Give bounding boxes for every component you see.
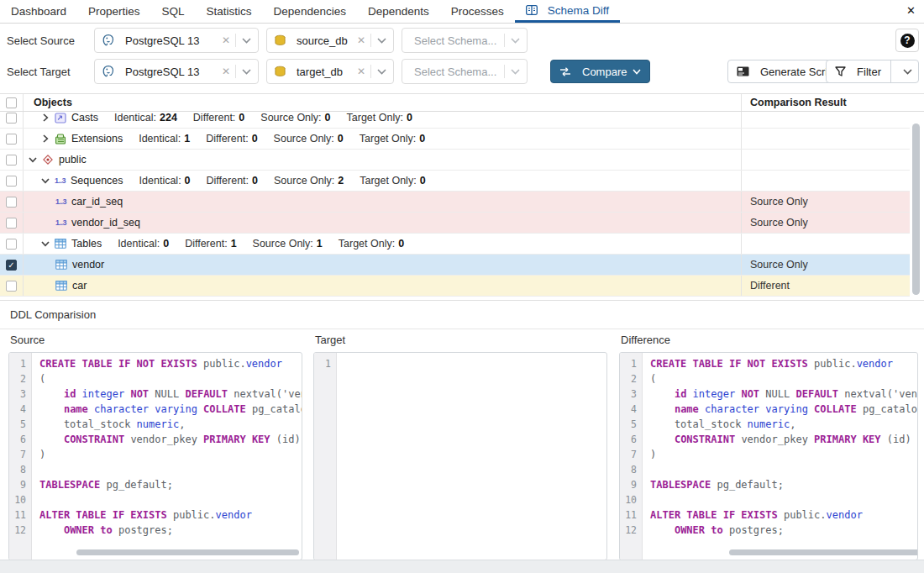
chevron-down-icon[interactable] (633, 69, 641, 75)
filter-button[interactable]: Filter (826, 60, 919, 83)
source-server-select[interactable]: PostgreSQL 13 ✕ (94, 28, 259, 53)
target-server-select[interactable]: PostgreSQL 13 ✕ (94, 59, 259, 84)
table-row[interactable]: ✓vendorSource Only (0, 255, 910, 276)
chevron-down-icon[interactable] (897, 69, 918, 75)
horizontal-scrollbar[interactable] (645, 549, 914, 555)
clear-icon[interactable]: ✕ (357, 66, 365, 77)
extensions-icon (55, 134, 66, 145)
table-row[interactable]: ExtensionsIdentical:1Different:0Source O… (0, 129, 910, 150)
stat-item: Target Only:0 (347, 112, 412, 124)
sequence-icon: 1..3 (55, 218, 66, 227)
comparison-result-cell (742, 129, 905, 149)
comparison-result-cell (742, 171, 905, 191)
target-ddl-editor[interactable]: 1 (313, 352, 607, 560)
stat-item: Different:0 (206, 133, 257, 145)
chevron-down-icon[interactable] (28, 157, 38, 163)
tab-label: Dashboard (11, 5, 66, 18)
close-icon[interactable]: ✕ (906, 5, 916, 17)
tab-properties[interactable]: Properties (77, 0, 151, 23)
chevron-down-icon[interactable] (40, 241, 50, 247)
clear-icon[interactable]: ✕ (222, 66, 230, 77)
tab-schema-diff[interactable]: Schema Diff (515, 0, 620, 23)
chevron-down-icon[interactable] (511, 38, 520, 44)
row-checkbox[interactable] (6, 218, 17, 229)
table-row[interactable]: carDifferent (0, 276, 910, 297)
code-line (39, 492, 302, 507)
horizontal-scrollbar[interactable] (34, 549, 298, 555)
target-schema-select[interactable]: Select Schema... (402, 59, 528, 84)
row-checkbox[interactable] (6, 134, 17, 145)
tab-dashboard[interactable]: Dashboard (0, 0, 77, 23)
chevron-down-icon[interactable] (242, 38, 251, 44)
table-row[interactable]: 1..3vendor_id_seqSource Only (0, 213, 910, 234)
objects-column-header: Objects (24, 94, 742, 111)
code-line: id integer NOT NULL DEFAULT nextval('ven… (39, 386, 302, 402)
comparison-result-cell (742, 150, 905, 170)
schema-icon (42, 154, 54, 166)
source-schema-select[interactable]: Select Schema... (402, 28, 528, 53)
comparison-result-cell: Source Only (742, 213, 905, 233)
row-checkbox[interactable] (6, 113, 17, 124)
chevron-right-icon[interactable] (40, 134, 50, 143)
table-row[interactable]: public (0, 150, 910, 171)
compare-button[interactable]: Compare (550, 60, 650, 83)
vertical-scrollbar-thumb[interactable] (912, 124, 920, 295)
row-checkbox[interactable] (6, 176, 17, 187)
stat-item: Source Only:0 (260, 112, 330, 124)
line-number: 4 (620, 402, 642, 417)
table-row[interactable]: CastsIdentical:224Different:0Source Only… (0, 112, 910, 129)
table-row[interactable]: TablesIdentical:0Different:1Source Only:… (0, 234, 910, 255)
row-checkbox[interactable] (6, 239, 17, 250)
comparison-result-cell (742, 234, 905, 254)
comparison-result-cell: Source Only (742, 192, 905, 212)
help-button[interactable]: ? (895, 29, 919, 52)
chevron-down-icon[interactable] (377, 69, 386, 75)
row-label: car_id_seq (71, 196, 123, 208)
target-pane-title: Target (315, 334, 345, 346)
row-checkbox[interactable] (6, 281, 17, 292)
select-all-checkbox[interactable] (6, 97, 17, 108)
divider (504, 65, 505, 78)
chevron-right-icon[interactable] (40, 113, 50, 122)
divider (370, 34, 371, 47)
tab-statistics[interactable]: Statistics (196, 0, 263, 23)
tab-processes[interactable]: Processes (440, 0, 515, 23)
tab-dependents[interactable]: Dependents (357, 0, 440, 23)
vertical-scrollbar[interactable] (912, 113, 920, 297)
postgresql-icon (102, 65, 115, 78)
table-row[interactable]: 1..3car_id_seqSource Only (0, 192, 910, 213)
chevron-down-icon[interactable] (40, 178, 50, 184)
stat-item: Source Only:2 (274, 175, 344, 187)
row-label: Sequences (71, 175, 123, 187)
clear-icon[interactable]: ✕ (222, 34, 230, 46)
line-number: 6 (620, 432, 642, 447)
line-number: 4 (9, 402, 31, 417)
row-checkbox[interactable] (6, 197, 17, 208)
horizontal-scrollbar-thumb[interactable] (76, 549, 299, 555)
row-stats: Identical:1Different:0Source Only:0Targe… (139, 133, 425, 145)
tab-label: SQL (162, 5, 185, 18)
table-body: CastsIdentical:224Different:0Source Only… (0, 112, 924, 297)
row-checkbox[interactable] (6, 155, 17, 166)
tab-sql[interactable]: SQL (151, 0, 196, 23)
chevron-down-icon[interactable] (242, 69, 251, 75)
code-line: total_stock numeric, (650, 417, 917, 432)
stat-item: Target Only:0 (339, 238, 404, 250)
comparison-result-column-header: Comparison Result (742, 94, 905, 111)
tab-dependencies[interactable]: Dependencies (263, 0, 357, 23)
database-icon (274, 66, 286, 78)
chevron-down-icon[interactable] (377, 38, 386, 44)
database-icon (274, 34, 286, 47)
horizontal-scrollbar-thumb[interactable] (729, 549, 918, 555)
sequence-icon: 1..3 (55, 176, 66, 185)
difference-ddl-editor[interactable]: 123456789101112CREATE TABLE IF NOT EXIST… (619, 352, 918, 560)
chevron-down-icon[interactable] (511, 69, 520, 75)
clear-icon[interactable]: ✕ (357, 34, 365, 46)
source-ddl-editor[interactable]: 123456789101112CREATE TABLE IF NOT EXIST… (8, 352, 302, 560)
row-checkbox[interactable]: ✓ (6, 260, 17, 271)
source-db-select[interactable]: source_db ✕ (266, 28, 394, 53)
stat-item: Different:0 (193, 112, 244, 124)
stat-item: Different:0 (207, 175, 258, 187)
target-db-select[interactable]: target_db ✕ (266, 59, 394, 84)
table-row[interactable]: 1..3SequencesIdentical:0Different:0Sourc… (0, 171, 910, 192)
